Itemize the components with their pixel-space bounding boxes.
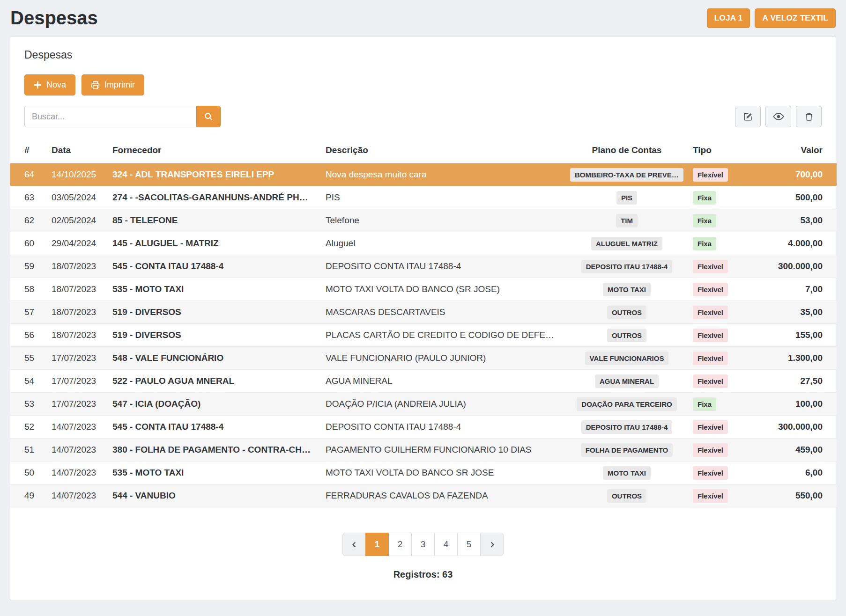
col-value-header: Valor bbox=[761, 140, 837, 163]
nova-button[interactable]: Nova bbox=[24, 74, 75, 95]
row-date: 18/07/2023 bbox=[47, 324, 108, 347]
table-row[interactable]: 52 14/07/2023 545 - CONTA ITAU 17488-4 D… bbox=[10, 416, 837, 439]
table-header-row: # Data Fornecedor Descrição Plano de Con… bbox=[10, 140, 837, 163]
row-type: Fixa bbox=[688, 393, 761, 416]
table-row[interactable]: 51 14/07/2023 380 - FOLHA DE PAGAMENTO -… bbox=[10, 439, 837, 462]
row-type: Flexível bbox=[688, 370, 761, 393]
trash-icon bbox=[804, 112, 814, 122]
row-id: 64 bbox=[10, 163, 47, 186]
store-button[interactable]: LOJA 1 bbox=[707, 8, 750, 28]
type-badge: Fixa bbox=[693, 397, 716, 411]
plan-badge: OUTROS bbox=[607, 306, 646, 319]
row-plan: DEPOSITO ITAU 17488-4 bbox=[565, 416, 688, 439]
row-value: 4.000,00 bbox=[761, 232, 837, 255]
plan-badge: FOLHA DE PAGAMENTO bbox=[581, 443, 673, 457]
row-description: MASCARAS DESCARTAVEIS bbox=[321, 301, 565, 324]
table-row[interactable]: 56 18/07/2023 519 - DIVERSOS PLACAS CART… bbox=[10, 324, 837, 347]
row-supplier: 535 - MOTO TAXI bbox=[108, 278, 321, 301]
company-button[interactable]: A VELOZ TEXTIL bbox=[755, 8, 836, 28]
row-supplier: 545 - CONTA ITAU 17488-4 bbox=[108, 416, 321, 439]
page-button-4[interactable]: 4 bbox=[434, 533, 458, 556]
row-plan: FOLHA DE PAGAMENTO bbox=[565, 439, 688, 462]
delete-button[interactable] bbox=[796, 106, 822, 127]
row-value: 100,00 bbox=[761, 393, 837, 416]
table-row[interactable]: 59 18/07/2023 545 - CONTA ITAU 17488-4 D… bbox=[10, 255, 837, 278]
row-description: Aluguel bbox=[321, 232, 565, 255]
imprimir-button[interactable]: Imprimir bbox=[82, 74, 144, 95]
table-row[interactable]: 57 18/07/2023 519 - DIVERSOS MASCARAS DE… bbox=[10, 301, 837, 324]
row-supplier: 519 - DIVERSOS bbox=[108, 301, 321, 324]
plan-badge: BOMBEIRO-TAXA DE PREVEN ... bbox=[570, 168, 683, 182]
row-supplier: 535 - MOTO TAXI bbox=[108, 462, 321, 484]
type-badge: Flexível bbox=[693, 374, 728, 388]
row-value: 53,00 bbox=[761, 209, 837, 232]
row-description: MOTO TAXI VOLTA DO BANCO (SR JOSE) bbox=[321, 278, 565, 301]
row-type: Flexível bbox=[688, 301, 761, 324]
search-group bbox=[24, 106, 221, 127]
page-button-3[interactable]: 3 bbox=[411, 533, 435, 556]
row-value: 459,00 bbox=[761, 439, 837, 462]
row-supplier: 519 - DIVERSOS bbox=[108, 324, 321, 347]
row-value: 700,00 bbox=[761, 163, 837, 186]
page-button-5[interactable]: 5 bbox=[457, 533, 481, 556]
row-id: 56 bbox=[10, 324, 47, 347]
prev-page-button[interactable] bbox=[342, 533, 366, 556]
table-row[interactable]: 62 02/05/2024 85 - TELEFONE Telefone TIM… bbox=[10, 209, 837, 232]
expenses-table: # Data Fornecedor Descrição Plano de Con… bbox=[10, 140, 837, 507]
row-plan: VALE FUNCIONARIOS bbox=[565, 347, 688, 370]
row-id: 52 bbox=[10, 416, 47, 439]
row-plan: MOTO TAXI bbox=[565, 462, 688, 484]
row-supplier: 380 - FOLHA DE PAGAMENTO - CONTRA-CH… bbox=[108, 439, 321, 462]
search-input[interactable] bbox=[24, 106, 196, 127]
row-supplier: 544 - VANUBIO bbox=[108, 484, 321, 507]
table-row[interactable]: 64 14/10/2025 324 - ADL TRANSPORTES EIRE… bbox=[10, 163, 837, 186]
toolbar: Nova Imprimir bbox=[10, 63, 836, 127]
row-description: PAGAMENTO GUILHERM FUNCIONARIO 10 DIAS bbox=[321, 439, 565, 462]
table-row[interactable]: 60 29/04/2024 145 - ALUGUEL - MATRIZ Alu… bbox=[10, 232, 837, 255]
page-header: Despesas LOJA 1 A VELOZ TEXTIL bbox=[0, 0, 846, 34]
row-date: 17/07/2023 bbox=[47, 347, 108, 370]
row-type: Fixa bbox=[688, 209, 761, 232]
table-row[interactable]: 63 03/05/2024 274 - -SACOLITAS-GARANHUNS… bbox=[10, 186, 837, 209]
expenses-table-body: 64 14/10/2025 324 - ADL TRANSPORTES EIRE… bbox=[10, 163, 837, 507]
view-button[interactable] bbox=[765, 106, 791, 127]
expenses-card: Despesas Nova Imprimir bbox=[10, 36, 836, 601]
row-action-buttons bbox=[735, 106, 822, 127]
next-page-button[interactable] bbox=[480, 533, 504, 556]
chevron-right-icon bbox=[489, 541, 496, 548]
records-count: Registros: 63 bbox=[10, 569, 836, 580]
table-row[interactable]: 54 17/07/2023 522 - PAULO AGUA MNERAL AG… bbox=[10, 370, 837, 393]
search-icon bbox=[204, 112, 213, 121]
row-plan: TIM bbox=[565, 209, 688, 232]
row-supplier: 547 - ICIA (DOAÇÃO) bbox=[108, 393, 321, 416]
plan-badge: PIS bbox=[616, 191, 637, 205]
card-title: Despesas bbox=[10, 37, 836, 63]
search-button[interactable] bbox=[196, 106, 221, 127]
row-date: 03/05/2024 bbox=[47, 186, 108, 209]
table-row[interactable]: 50 14/07/2023 535 - MOTO TAXI MOTO TAXI … bbox=[10, 462, 837, 484]
table-row[interactable]: 53 17/07/2023 547 - ICIA (DOAÇÃO) DOAÇÃO… bbox=[10, 393, 837, 416]
row-type: Fixa bbox=[688, 232, 761, 255]
row-id: 60 bbox=[10, 232, 47, 255]
type-badge: Flexível bbox=[693, 466, 728, 480]
row-description: AGUA MINERAL bbox=[321, 370, 565, 393]
row-id: 49 bbox=[10, 484, 47, 507]
edit-icon bbox=[743, 111, 753, 122]
pagination: 12345 bbox=[10, 533, 836, 556]
row-date: 18/07/2023 bbox=[47, 255, 108, 278]
row-plan: OUTROS bbox=[565, 301, 688, 324]
page-title: Despesas bbox=[10, 7, 98, 29]
type-badge: Fixa bbox=[693, 237, 716, 250]
edit-button[interactable] bbox=[735, 106, 761, 127]
table-row[interactable]: 58 18/07/2023 535 - MOTO TAXI MOTO TAXI … bbox=[10, 278, 837, 301]
row-supplier: 545 - CONTA ITAU 17488-4 bbox=[108, 255, 321, 278]
page-button-2[interactable]: 2 bbox=[388, 533, 412, 556]
table-row[interactable]: 55 17/07/2023 548 - VALE FUNCIONÁRIO VAL… bbox=[10, 347, 837, 370]
row-type: Flexível bbox=[688, 416, 761, 439]
row-value: 550,00 bbox=[761, 484, 837, 507]
type-badge: Flexível bbox=[693, 352, 728, 365]
table-row[interactable]: 49 14/07/2023 544 - VANUBIO FERRADURAS C… bbox=[10, 484, 837, 507]
page-button-1[interactable]: 1 bbox=[365, 533, 389, 556]
row-value: 1.300,00 bbox=[761, 347, 837, 370]
row-plan: DOAÇÃO PARA TERCEIRO bbox=[565, 393, 688, 416]
